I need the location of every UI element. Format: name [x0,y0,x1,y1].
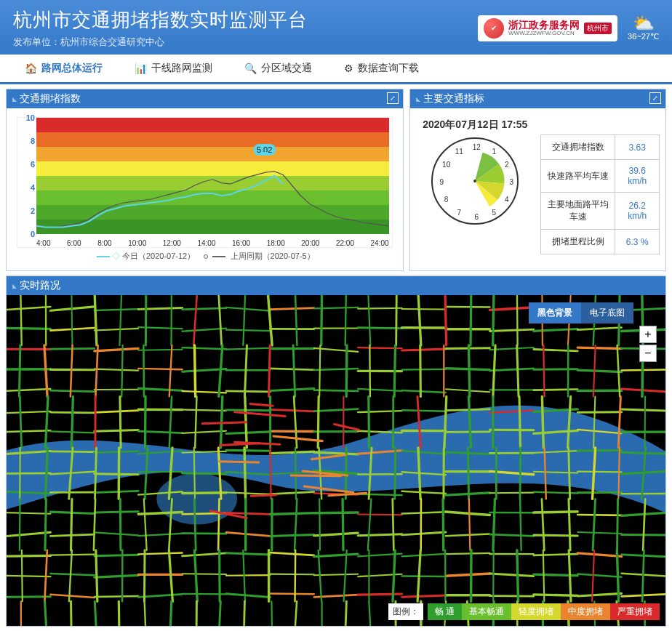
realtime-map-panel: 实时路况 黑色背景 电子底图 + − 图例： 畅 通 基本畅通 轻度拥堵 中度拥… [6,276,666,627]
svg-line-289 [218,601,220,626]
svg-line-154 [95,512,138,513]
city-tag: 杭州市 [584,23,612,34]
svg-line-214 [95,596,138,597]
map-roads-layer [7,295,665,626]
svg-line-49 [95,369,138,371]
weather-widget: ⛅ 36~27℃ [628,15,659,41]
svg-line-179 [534,535,577,536]
svg-line-333 [394,345,395,396]
svg-line-34 [95,348,138,350]
svg-line-60 [577,370,621,371]
svg-line-418 [220,443,260,446]
svg-line-182 [7,555,50,556]
svg-line-164 [534,512,577,513]
map-legend: 图例： 畅 通 基本畅通 轻度拥堵 中度拥堵 严重拥堵 [388,603,660,620]
svg-line-209 [534,574,577,576]
svg-line-178 [489,534,533,536]
svg-line-399 [617,499,617,550]
legend-moderate: 中度拥堵 [561,603,610,620]
svg-line-91 [622,409,665,411]
gov-url: WWW.ZJZWFW.GOV.CN [508,30,580,36]
svg-line-166 [622,513,665,515]
svg-line-62 [7,389,50,391]
svg-line-236 [45,396,48,447]
svg-line-278 [195,396,196,447]
ind-label: 交通拥堵指数 [540,135,615,160]
svg-line-282 [196,601,197,626]
svg-line-410 [273,436,322,441]
expand-icon[interactable]: ⤢ [387,92,399,104]
svg-line-417 [220,462,259,462]
svg-line-197 [7,576,50,576]
table-row: 拥堵里程比例6.3 % [540,230,659,254]
traffic-map[interactable]: 黑色背景 电子底图 + − 图例： 畅 通 基本畅通 轻度拥堵 中度拥堵 严重拥… [7,295,665,626]
zoom-in-button[interactable]: + [639,326,657,343]
svg-line-419 [335,424,359,430]
svg-line-257 [120,396,121,447]
svg-line-241 [71,295,72,345]
svg-line-277 [194,345,195,396]
svg-line-192 [446,553,489,554]
svg-line-69 [314,390,358,391]
svg-line-58 [489,369,533,371]
svg-line-72 [446,389,489,392]
svg-line-168 [50,534,94,536]
map-toggle-dark[interactable]: 黑色背景 [529,302,581,323]
svg-line-323 [344,550,347,601]
svg-line-41 [402,349,446,350]
svg-line-152 [7,513,50,514]
svg-line-226 [622,594,665,596]
svg-line-357 [469,499,470,550]
svg-line-228 [19,345,20,396]
nav-download[interactable]: ⚙ 数据查询下载 [328,55,435,82]
map-toggle-emap[interactable]: 电子底图 [581,302,633,323]
legend-light: 轻度拥堵 [511,603,561,620]
legend-severe: 严重拥堵 [610,603,660,620]
svg-line-279 [194,448,195,499]
svg-line-22 [226,330,270,331]
svg-line-400 [617,550,618,601]
zoom-out-button[interactable]: − [639,345,657,362]
svg-line-287 [218,499,219,550]
svg-line-329 [368,499,372,550]
panel-title: 交通拥堵指数 [20,92,81,105]
svg-line-350 [443,499,444,550]
congestion-chart[interactable]: 10 8 6 4 2 0 5.0 [17,117,393,248]
gear-icon: ⚙ [344,63,353,74]
table-row: 主要地面路平均车速26.2 km/h [540,193,659,230]
svg-line-177 [446,534,489,536]
svg-line-300 [271,448,271,499]
svg-line-210 [577,574,621,576]
table-row: 交通拥堵指数3.63 [540,135,659,160]
clock-number: 10 [441,161,452,169]
svg-line-189 [314,554,358,557]
expand-icon[interactable]: ⤢ [649,92,661,104]
svg-line-275 [169,601,172,626]
weather-temp: 36~27℃ [628,32,659,41]
nav-arterial[interactable]: 📊 干线路网监测 [119,55,228,82]
svg-line-354 [468,345,469,396]
legend-today: 今日（2020-07-12） [122,252,195,260]
svg-line-291 [244,345,247,396]
svg-line-340 [420,345,421,396]
svg-line-290 [243,295,245,345]
nav-regional[interactable]: 🔍 分区域交通 [228,55,328,82]
search-icon: 🔍 [244,63,257,74]
svg-line-306 [294,396,297,447]
svg-line-74 [534,389,577,390]
svg-line-332 [396,295,397,345]
ind-label: 快速路平均车速 [540,160,615,193]
indicators-timestamp: 2020年07月12日 17:55 [416,118,535,132]
svg-line-97 [226,432,270,434]
svg-line-194 [534,554,577,555]
svg-line-44 [534,350,577,351]
gov-service-badge[interactable]: ✔ 浙江政务服务网 WWW.ZJZWFW.GOV.CN 杭州市 [478,15,617,41]
svg-line-221 [402,595,446,597]
nav-overview[interactable]: 🏠 路网总体运行 [9,55,119,82]
svg-line-157 [226,513,270,514]
svg-line-205 [358,574,401,576]
svg-line-309 [295,550,296,601]
svg-line-249 [95,345,97,396]
svg-line-364 [493,499,495,550]
main-nav: 🏠 路网总体运行 📊 干线路网监测 🔍 分区域交通 ⚙ 数据查询下载 [0,55,672,84]
